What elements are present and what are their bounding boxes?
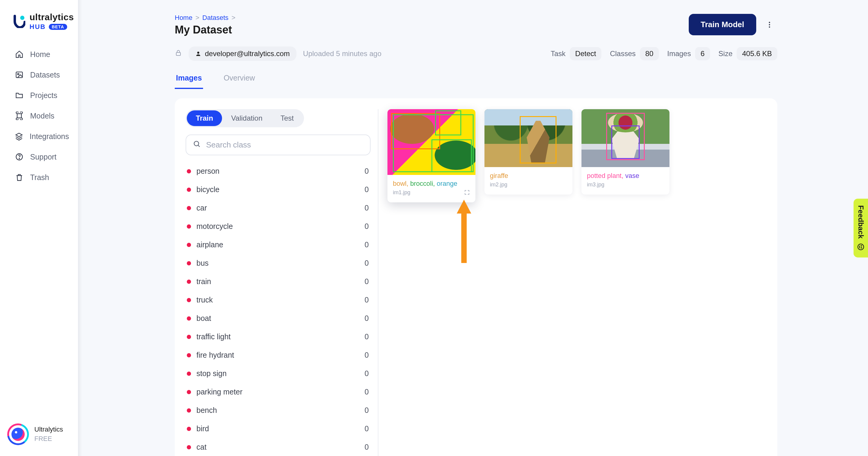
class-row[interactable]: motorcycle0 (186, 217, 371, 235)
sidebar-item-trash[interactable]: Trash (0, 167, 78, 188)
class-list[interactable]: person0bicycle0car0motorcycle0airplane0b… (186, 162, 371, 456)
breadcrumb: Home > Datasets > (175, 14, 235, 22)
class-row[interactable]: truck0 (186, 291, 371, 309)
sidebar-item-datasets[interactable]: Datasets (0, 64, 78, 85)
sidebar-item-label: Trash (30, 173, 49, 182)
class-dot-icon (187, 316, 191, 321)
stat-label: Classes (610, 50, 636, 58)
plan-footer[interactable]: Ultralytics FREE (0, 415, 78, 456)
chevron-right-icon: > (231, 14, 235, 22)
stat-label: Images (668, 50, 691, 58)
class-name: bus (196, 259, 209, 267)
tab-overview[interactable]: Overview (222, 68, 256, 89)
class-count: 0 (365, 277, 369, 286)
logo-mark-icon (13, 15, 25, 28)
image-thumbnail (485, 109, 572, 167)
brand-logo[interactable]: ultralytics HUB BETA (0, 0, 78, 38)
class-count: 0 (365, 314, 369, 323)
class-row[interactable]: stop sign0 (186, 364, 371, 383)
class-dot-icon (187, 427, 191, 431)
lock-icon (175, 49, 182, 58)
split-validation[interactable]: Validation (222, 110, 272, 126)
tab-images[interactable]: Images (175, 68, 203, 89)
sidebar-item-integrations[interactable]: Integrations (0, 126, 78, 147)
class-count: 0 (365, 222, 369, 231)
svg-point-9 (197, 52, 199, 54)
class-row[interactable]: boat0 (186, 309, 371, 327)
feedback-label: Feedback (857, 205, 865, 239)
sidebar-item-support[interactable]: Support (0, 147, 78, 167)
sidebar-item-label: Integrations (30, 132, 69, 141)
image-tag: orange (437, 180, 458, 187)
class-row[interactable]: car0 (186, 199, 371, 217)
class-row[interactable]: airplane0 (186, 235, 371, 254)
class-row[interactable]: fire hydrant0 (186, 346, 371, 364)
class-count: 0 (365, 204, 369, 212)
svg-point-0 (20, 16, 24, 20)
annotation-arrow-icon (455, 197, 473, 263)
image-filename: im1.jpg (393, 190, 470, 196)
train-model-button[interactable]: Train Model (689, 14, 756, 35)
plan-avatar-icon (7, 423, 29, 445)
image-card[interactable]: giraffe im2.jpg (485, 109, 572, 195)
chevron-right-icon: > (195, 14, 199, 22)
class-count: 0 (365, 185, 369, 194)
class-dot-icon (187, 372, 191, 376)
svg-point-5 (769, 22, 770, 23)
image-tags: potted plant, vase (587, 172, 664, 180)
image-tags: bowl, broccoli, orange (393, 180, 470, 188)
sidebar-item-home[interactable]: Home (0, 44, 78, 64)
class-row[interactable]: train0 (186, 272, 371, 291)
stat-label: Size (719, 50, 733, 58)
svg-point-2 (18, 73, 19, 75)
expand-icon[interactable] (464, 188, 470, 198)
class-name: airplane (196, 240, 223, 249)
class-search[interactable] (186, 135, 371, 155)
svg-point-6 (769, 24, 770, 25)
svg-point-12 (861, 246, 862, 246)
svg-rect-8 (176, 53, 181, 56)
stat-value: 6 (695, 47, 710, 60)
class-name: cat (196, 443, 206, 452)
sidebar-item-projects[interactable]: Projects (0, 85, 78, 106)
class-dot-icon (187, 224, 191, 229)
search-icon (193, 140, 200, 150)
image-card[interactable]: bowl, broccoli, orange im1.jpg (388, 109, 475, 202)
class-row[interactable]: bird0 (186, 420, 371, 438)
smile-icon (857, 243, 865, 251)
breadcrumb-home[interactable]: Home (175, 14, 192, 22)
class-count: 0 (365, 406, 369, 415)
sidebar-nav: Home Datasets Projects (0, 38, 78, 415)
logo-text: ultralytics HUB BETA (30, 13, 74, 30)
stat-classes: Classes 80 (610, 47, 659, 60)
sidebar-item-label: Projects (30, 91, 57, 100)
class-row[interactable]: bus0 (186, 254, 371, 272)
class-dot-icon (187, 188, 191, 192)
class-row[interactable]: cat0 (186, 438, 371, 456)
class-row[interactable]: bench0 (186, 401, 371, 420)
image-card[interactable]: potted plant, vase im3.jpg (582, 109, 670, 195)
class-name: truck (196, 295, 213, 304)
sidebar-item-label: Models (30, 112, 55, 120)
class-dot-icon (187, 298, 191, 302)
class-row[interactable]: bicycle0 (186, 180, 371, 199)
class-row[interactable]: parking meter0 (186, 383, 371, 401)
class-dot-icon (187, 280, 191, 284)
class-dot-icon (187, 243, 191, 247)
class-name: bench (196, 406, 217, 415)
svg-point-10 (194, 141, 198, 146)
class-search-input[interactable] (206, 140, 363, 150)
owner-pill[interactable]: developer@ultralytics.com (189, 47, 297, 61)
image-thumbnail (582, 109, 670, 167)
breadcrumb-datasets[interactable]: Datasets (203, 14, 229, 22)
plan-name: Ultralytics (34, 425, 63, 434)
feedback-tab[interactable]: Feedback (854, 199, 868, 258)
sidebar-item-models[interactable]: Models (0, 106, 78, 126)
split-train[interactable]: Train (187, 110, 222, 126)
split-test[interactable]: Test (272, 110, 303, 126)
more-menu-button[interactable] (762, 17, 777, 33)
class-name: motorcycle (196, 222, 233, 231)
class-row[interactable]: traffic light0 (186, 327, 371, 346)
brand-hub: HUB (30, 24, 46, 30)
class-row[interactable]: person0 (186, 162, 371, 180)
